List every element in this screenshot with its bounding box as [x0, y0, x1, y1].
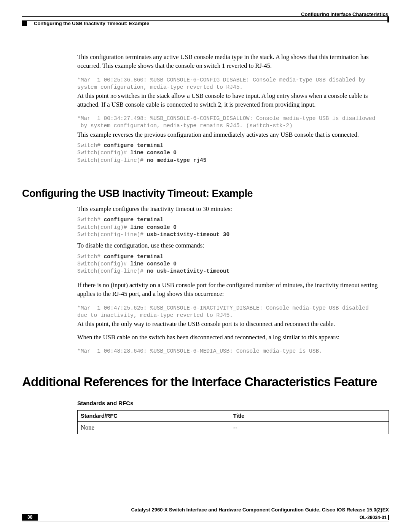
cli-line: Switch# configure terminal	[77, 216, 389, 224]
paragraph: This configuration terminates any active…	[77, 53, 389, 70]
top-heading: Additional References for the Interface …	[22, 375, 389, 389]
cli-line: Switch# configure terminal	[77, 142, 389, 149]
header-section-title: Configuring the USB Inactivity Timeout: …	[34, 21, 149, 26]
header-square-icon	[22, 21, 27, 26]
section-heading: Configuring the USB Inactivity Timeout: …	[22, 188, 389, 200]
cli-line: Switch(config)# line console 0	[77, 224, 389, 231]
footer-doc-title: Catalyst 2960-X Switch Interface and Har…	[22, 507, 389, 513]
table-cell: --	[230, 422, 389, 434]
table-header-cell: Title	[230, 411, 389, 422]
cli-line: Switch(config)# line console 0	[77, 260, 389, 268]
doc-id: OL-29034-01	[360, 515, 387, 520]
paragraph: At this point, the only way to reactivat…	[77, 320, 389, 329]
cli-line: Switch# configure terminal	[77, 253, 389, 260]
table-header-cell: Standard/RFC	[78, 411, 230, 422]
cli-line: Switch(config-line)# no usb-inactivity-t…	[77, 268, 389, 275]
paragraph: If there is no (input) activity on a USB…	[77, 281, 389, 299]
paragraph: This example configures the inactivity t…	[77, 205, 389, 214]
paragraph: This example reverses the previous confi…	[77, 131, 389, 139]
header-rule	[22, 16, 389, 17]
standards-table: Standard/RFC Title None --	[77, 410, 389, 434]
footer-accent-bar	[388, 515, 389, 520]
paragraph: At this point no switches in the stack a…	[77, 92, 389, 109]
log-output: *Mar 1 00:34:27.498: %USB_CONSOLE-6-CONF…	[77, 115, 389, 129]
header-accent-bar	[387, 17, 389, 22]
cli-line: Switch(config)# line console 0	[77, 149, 389, 157]
log-output: *Mar 1 00:47:25.625: %USB_CONSOLE-6-INAC…	[77, 305, 389, 319]
table-row: Standard/RFC Title	[78, 411, 389, 422]
page-number: 38	[22, 514, 38, 521]
paragraph: To disable the configuration, use these …	[77, 241, 389, 250]
log-output: *Mar 1 00:25:36.860: %USB_CONSOLE-6-CONF…	[77, 77, 389, 91]
cli-line: Switch(config-line)# no media-type rj45	[77, 157, 389, 164]
table-cell: None	[78, 422, 230, 434]
page-footer: Catalyst 2960-X Switch Interface and Har…	[22, 507, 389, 521]
log-output: *Mar 1 00:48:28.640: %USB_CONSOLE-6-MEDI…	[77, 348, 389, 355]
table-row: None --	[78, 422, 389, 434]
cli-line: Switch(config-line)# usb-inactivity-time…	[77, 231, 389, 238]
subsection-heading: Standards and RFCs	[77, 400, 389, 406]
paragraph: When the USB cable on the switch has bee…	[77, 333, 389, 342]
